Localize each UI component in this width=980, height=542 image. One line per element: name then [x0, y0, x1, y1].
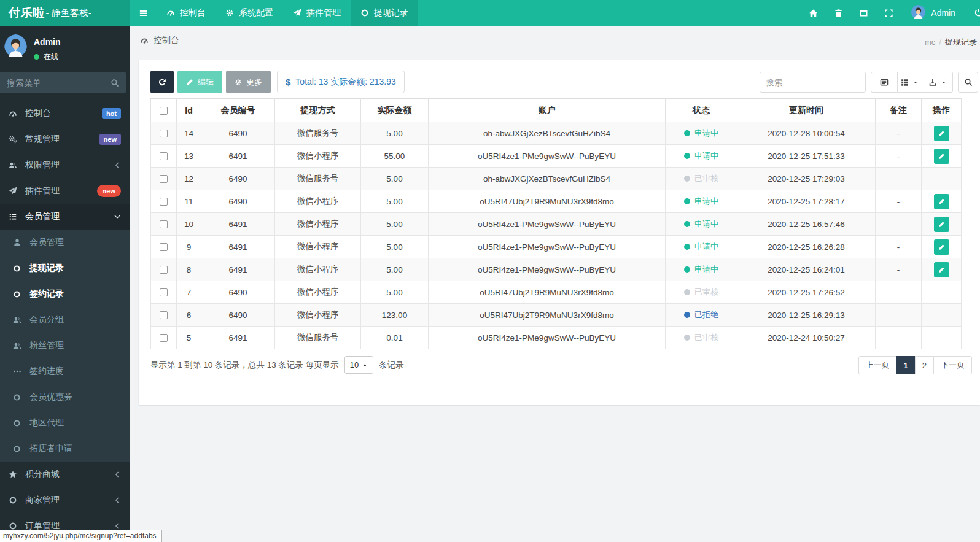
prev-page-button[interactable]: 上一页	[858, 356, 897, 374]
trash-button[interactable]	[826, 0, 851, 26]
fullscreen-button[interactable]	[876, 0, 901, 26]
row-edit-button[interactable]	[934, 262, 949, 277]
row-edit-button[interactable]	[934, 217, 949, 232]
paper-plane-icon	[9, 187, 17, 195]
clear-cache-button[interactable]	[851, 0, 876, 26]
search-submit-button[interactable]	[958, 72, 978, 93]
sidebar-item-常规管理[interactable]: 常规管理new	[0, 126, 130, 152]
users-icon	[13, 341, 21, 350]
users-icon	[9, 161, 17, 169]
cell-updated: 2020-12-25 17:29:03	[737, 168, 876, 190]
sidebar-subitem-会员分组[interactable]: 会员分组	[0, 307, 130, 333]
sidebar-item-商家管理[interactable]: 商家管理	[0, 487, 130, 513]
fullscreen-icon	[884, 9, 893, 18]
cell-method: 微信小程序	[275, 304, 361, 327]
row-checkbox[interactable]	[160, 266, 168, 274]
breadcrumb-page[interactable]: 控制台	[154, 35, 179, 46]
sidebar-subitem-拓店者申请[interactable]: 拓店者申请	[0, 436, 130, 462]
star-icon	[9, 470, 17, 479]
column-header-会员编号[interactable]: 会员编号	[201, 99, 275, 122]
column-header-提现方式[interactable]: 提现方式	[275, 99, 361, 122]
row-checkbox[interactable]	[160, 130, 168, 137]
sidebar-item-会员管理[interactable]: 会员管理	[0, 204, 130, 230]
nav-item-控制台[interactable]: 控制台	[157, 0, 216, 26]
page-button-1[interactable]: 1	[896, 356, 916, 374]
cell-amount: 5.00	[361, 236, 429, 258]
sidebar-item-控制台[interactable]: 控制台hot	[0, 101, 130, 126]
more-button[interactable]: 更多	[226, 71, 271, 93]
user-menu[interactable]: Admin	[901, 5, 955, 21]
column-header-更新时间[interactable]: 更新时间	[737, 99, 876, 122]
status-dot-icon	[684, 266, 690, 273]
row-checkbox[interactable]	[160, 175, 168, 183]
brand-logo[interactable]: 付乐啦 - 静鱼客栈-	[0, 0, 130, 26]
nav-item-提现记录[interactable]: 提现记录	[351, 0, 418, 26]
row-checkbox[interactable]	[160, 243, 168, 251]
column-header-备注[interactable]: 备注	[876, 99, 922, 122]
sidebar-subitem-提现记录[interactable]: 提现记录	[0, 255, 130, 281]
circle-icon	[9, 522, 17, 530]
cell-status: 已审核	[666, 327, 737, 349]
detail-view-button[interactable]	[871, 72, 898, 93]
row-checkbox[interactable]	[160, 311, 168, 319]
select-all-checkbox[interactable]	[160, 107, 168, 115]
pencil-icon	[938, 198, 945, 205]
sidebar-item-插件管理[interactable]: 插件管理new	[0, 178, 130, 204]
status-dot-icon	[684, 130, 690, 136]
breadcrumb-parent[interactable]: mc	[925, 37, 935, 47]
cell-id: 5	[177, 327, 201, 349]
row-checkbox[interactable]	[160, 152, 168, 160]
column-header-Id[interactable]: Id	[177, 99, 201, 122]
column-header-操作[interactable]: 操作	[922, 99, 962, 122]
sidebar-subitem-签约记录[interactable]: 签约记录	[0, 281, 130, 307]
page-size-select[interactable]: 10	[344, 356, 373, 374]
edit-button[interactable]: 编辑	[177, 71, 222, 93]
sidebar-toggle-button[interactable]	[130, 0, 157, 26]
row-checkbox[interactable]	[160, 220, 168, 228]
sidebar-subitem-签约进度[interactable]: 签约进度	[0, 358, 130, 384]
row-edit-button[interactable]	[934, 194, 949, 209]
sidebar-item-积分商城[interactable]: 积分商城	[0, 462, 130, 487]
circle-icon	[13, 290, 21, 298]
sidebar-subitem-会员管理[interactable]: 会员管理	[0, 230, 130, 255]
row-edit-button[interactable]	[934, 126, 949, 141]
row-edit-button[interactable]	[934, 239, 949, 255]
sidebar-subitem-会员优惠券[interactable]: 会员优惠券	[0, 384, 130, 410]
status-dot-icon	[684, 221, 690, 227]
sidebar-subitem-粉丝管理[interactable]: 粉丝管理	[0, 333, 130, 358]
nav-item-系统配置[interactable]: 系统配置	[216, 0, 283, 26]
status-badge: 申请中	[684, 150, 718, 161]
cell-amount: 123.00	[361, 304, 429, 327]
cell-member-no: 6491	[201, 213, 275, 236]
cell-updated: 2020-12-25 16:26:28	[737, 236, 876, 258]
page-button-2[interactable]: 2	[915, 356, 934, 374]
next-page-button[interactable]: 下一页	[933, 356, 972, 374]
column-header-状态[interactable]: 状态	[666, 99, 737, 122]
cell-actions	[922, 327, 962, 349]
sidebar-subitem-地区代理[interactable]: 地区代理	[0, 410, 130, 436]
cell-account: oU5RI47Ubj2T9R9MuNU3rX9fd8mo	[429, 190, 666, 213]
bars-icon	[139, 9, 148, 18]
menu-search-input[interactable]	[7, 78, 111, 88]
table-row: 66490微信小程序123.00oU5RI47Ubj2T9R9MuNU3rX9f…	[151, 304, 962, 327]
power-icon[interactable]	[974, 8, 980, 18]
status-bar-url: myhxzy.com/52jyu.php/mc/signup?ref=addta…	[0, 530, 162, 542]
pagination-info: 显示第 1 到第 10 条记录，总共 13 条记录 每页显示 10 条记录	[150, 356, 404, 374]
row-checkbox[interactable]	[160, 198, 168, 206]
home-button[interactable]	[801, 0, 826, 26]
nav-item-插件管理[interactable]: 插件管理	[283, 0, 351, 26]
column-header-实际金额[interactable]: 实际金额	[361, 99, 429, 122]
cell-member-no: 6490	[201, 281, 275, 304]
sidebar-item-权限管理[interactable]: 权限管理	[0, 152, 130, 178]
refresh-button[interactable]	[150, 71, 174, 93]
table-search-input[interactable]	[760, 72, 866, 93]
caret-down-icon	[912, 79, 919, 85]
row-checkbox[interactable]	[160, 288, 168, 296]
row-edit-button[interactable]	[934, 149, 949, 164]
export-button[interactable]	[922, 72, 953, 93]
column-header-账户[interactable]: 账户	[429, 99, 666, 122]
cell-id: 10	[177, 213, 201, 236]
cell-id: 9	[177, 236, 201, 258]
columns-button[interactable]	[898, 72, 922, 93]
row-checkbox[interactable]	[160, 334, 168, 342]
